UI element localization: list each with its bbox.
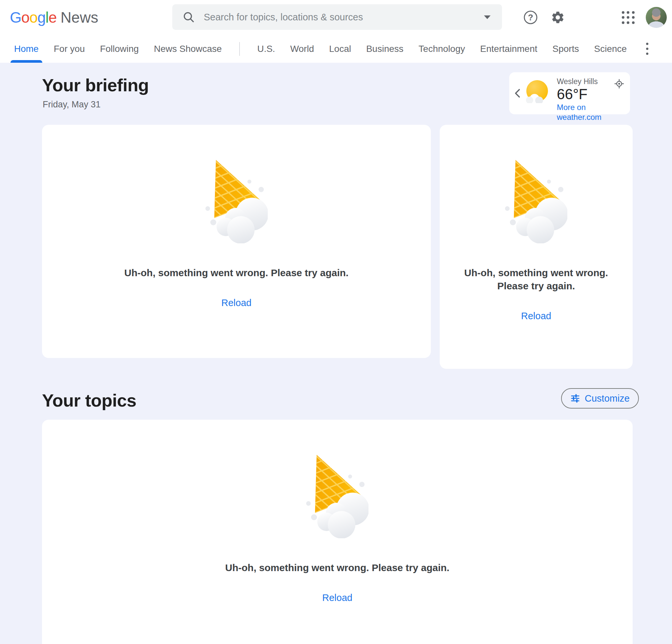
error-message: Uh-oh, something went wrong. Please try …	[124, 266, 348, 280]
customize-button[interactable]: Customize	[561, 388, 639, 409]
reload-link[interactable]: Reload	[221, 297, 252, 308]
tune-icon	[570, 394, 580, 403]
logo-letter: o	[21, 9, 29, 26]
topics-error-card: Uh-oh, something went wrong. Please try …	[42, 420, 633, 644]
google-apps-grid-icon[interactable]	[622, 11, 635, 24]
top-app-bar: G o o g l e News ?	[0, 0, 672, 35]
tab-sports[interactable]: Sports	[545, 35, 587, 63]
logo-letter: l	[46, 9, 49, 26]
melted-ice-cream-illustration	[306, 455, 369, 538]
tab-world[interactable]: World	[283, 35, 322, 63]
tab-for-you[interactable]: For you	[46, 35, 93, 63]
search-bar[interactable]	[172, 4, 502, 30]
reload-link[interactable]: Reload	[322, 593, 352, 603]
account-avatar[interactable]	[646, 7, 667, 28]
reload-link[interactable]: Reload	[521, 311, 551, 321]
error-message: Uh-oh, something went wrong. Please try …	[225, 561, 449, 574]
gear-icon	[551, 10, 565, 25]
tab-news-showcase[interactable]: News Showcase	[146, 35, 229, 63]
error-message: Uh-oh, something went wrong. Please try …	[459, 266, 613, 293]
briefing-date: Friday, May 31	[43, 99, 101, 110]
tab-technology[interactable]: Technology	[411, 35, 473, 63]
google-news-logo[interactable]: G o o g l e News	[10, 0, 98, 35]
help-icon: ?	[523, 10, 538, 25]
weather-widget: Wesley Hills 66°F More on weather.com	[509, 72, 630, 114]
logo-letter: e	[49, 9, 57, 26]
my-location-icon[interactable]	[614, 79, 624, 89]
melted-ice-cream-illustration	[505, 160, 567, 243]
weather-more-link[interactable]: More on weather.com	[557, 103, 630, 122]
svg-text:?: ?	[528, 12, 533, 22]
settings-button[interactable]	[551, 10, 565, 25]
help-button[interactable]: ?	[523, 10, 538, 25]
logo-letter: G	[10, 9, 21, 26]
sun-with-cloud-icon	[526, 80, 549, 103]
logo-news-text: News	[60, 9, 98, 26]
tab-us[interactable]: U.S.	[250, 35, 283, 63]
tab-business[interactable]: Business	[359, 35, 411, 63]
tab-science[interactable]: Science	[586, 35, 634, 63]
search-dropdown-caret-icon[interactable]	[484, 15, 491, 19]
weather-prev-chevron-icon[interactable]	[514, 89, 521, 98]
tab-home[interactable]: Home	[7, 35, 46, 63]
briefing-error-card-secondary: Uh-oh, something went wrong. Please try …	[440, 125, 633, 369]
page-title: Your briefing	[42, 75, 149, 95]
tab-following[interactable]: Following	[93, 35, 146, 63]
nav-divider	[239, 42, 240, 56]
logo-letter: g	[37, 9, 46, 26]
topics-section-title: Your topics	[42, 390, 136, 410]
logo-letter: o	[29, 9, 37, 26]
melted-ice-cream-illustration	[205, 160, 268, 243]
tab-local[interactable]: Local	[322, 35, 359, 63]
customize-label: Customize	[585, 393, 630, 404]
briefing-error-card: Uh-oh, something went wrong. Please try …	[42, 125, 431, 358]
primary-navigation: Home For you Following News Showcase U.S…	[0, 35, 672, 63]
search-input[interactable]	[204, 12, 484, 23]
more-tabs-icon[interactable]	[643, 39, 652, 58]
tab-entertainment[interactable]: Entertainment	[472, 35, 545, 63]
search-icon	[182, 11, 195, 24]
